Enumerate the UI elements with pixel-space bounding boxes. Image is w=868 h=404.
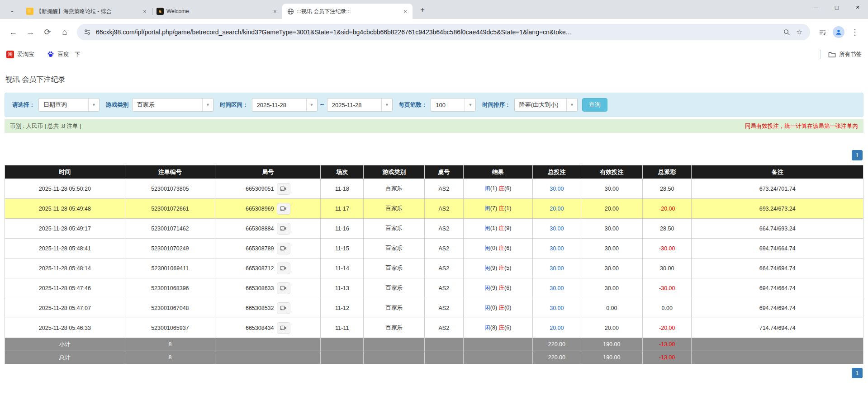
tab-search-chevron-icon[interactable]: ⌄ xyxy=(5,3,19,17)
time-cell: 2025-11-28 05:49:17 xyxy=(5,219,125,239)
query-type-select[interactable]: 日期查询 ▼ xyxy=(38,98,100,112)
total-bet-link[interactable]: 20.00 xyxy=(550,325,564,331)
player-result: 闲 xyxy=(484,324,490,331)
remark-cell: 664.74/694.74 xyxy=(692,258,863,278)
table-row: 2025-11-28 05:50:20 523001073805 6653090… xyxy=(5,179,863,199)
address-bar[interactable]: 66cxkj98.com/ipl/portal.php/game/betreco… xyxy=(77,24,810,40)
tab-strip: ⌄ 【新提醒】海燕策略论坛 - 综合 ✕ ♞ Welcome ✕ :::视讯 会… xyxy=(0,0,868,19)
page-title: 视讯 会员下注纪录 xyxy=(5,75,863,85)
query-type-value: 日期查询 xyxy=(39,101,88,109)
chrome-menu-icon[interactable]: ⋮ xyxy=(847,24,863,40)
folder-icon xyxy=(828,51,836,58)
bet-id-cell: 523001068396 xyxy=(125,278,215,298)
zoom-icon[interactable] xyxy=(780,26,793,38)
video-replay-button[interactable] xyxy=(277,243,290,254)
profile-avatar[interactable] xyxy=(833,26,844,38)
video-replay-button[interactable] xyxy=(277,282,290,294)
bookmark-aitaobao[interactable]: 淘 爱淘宝 xyxy=(6,51,34,58)
round-id: 665308434 xyxy=(246,325,274,331)
game-cell: 百家乐 xyxy=(364,318,425,338)
valid-bet-cell: 30.00 xyxy=(581,258,643,278)
total-payout: -13.00 xyxy=(643,351,692,364)
remark-cell: 694.74/664.74 xyxy=(692,278,863,298)
payout-cell: -20.00 xyxy=(643,199,692,219)
tab-close-icon[interactable]: ✕ xyxy=(271,8,279,15)
site-info-icon[interactable] xyxy=(81,26,93,38)
video-replay-button[interactable] xyxy=(277,203,290,215)
video-replay-button[interactable] xyxy=(277,302,290,314)
player-result: 闲 xyxy=(484,205,490,211)
tab-welcome[interactable]: ♞ Welcome ✕ xyxy=(152,4,282,19)
game-cell: 百家乐 xyxy=(364,298,425,318)
all-bookmarks-button[interactable]: 所有书签 xyxy=(828,51,862,58)
result-cell: 闲(1) 庄(9) xyxy=(463,219,533,239)
baidu-paw-icon xyxy=(47,51,55,58)
forward-icon[interactable]: → xyxy=(23,24,38,40)
player-result: 闲 xyxy=(484,305,490,311)
time-cell: 2025-11-28 05:47:46 xyxy=(5,278,125,298)
time-cell: 2025-11-28 05:48:41 xyxy=(5,239,125,258)
page-number-button[interactable]: 1 xyxy=(852,150,863,160)
tab-close-icon[interactable]: ✕ xyxy=(402,8,409,15)
total-count: 8 xyxy=(125,351,215,364)
query-button[interactable]: 查询 xyxy=(582,98,607,112)
banker-result: 庄 xyxy=(499,285,505,291)
chevron-down-icon: ▼ xyxy=(306,99,317,111)
tab-bet-record-active[interactable]: :::视讯 会员下注纪录::: ✕ xyxy=(282,4,413,19)
total-bet-link[interactable]: 30.00 xyxy=(550,305,564,311)
total-bet-link[interactable]: 30.00 xyxy=(550,186,564,192)
minimize-button[interactable]: — xyxy=(806,0,826,14)
video-replay-button[interactable] xyxy=(277,322,290,334)
tab-close-icon[interactable]: ✕ xyxy=(141,8,148,15)
date-from-select[interactable]: 2025-11-28 ▼ xyxy=(252,98,318,112)
subtotal-row: 小计 8 220.00 190.00 -13.00 xyxy=(5,338,863,351)
table-row: 2025-11-28 05:47:46 523001068396 6653086… xyxy=(5,278,863,298)
valid-bet-cell: 30.00 xyxy=(581,219,643,239)
tab-title: Welcome xyxy=(166,8,269,14)
total-bet-link[interactable]: 30.00 xyxy=(550,245,564,252)
valid-bet-cell: 20.00 xyxy=(581,318,643,338)
game-type-select[interactable]: 百家乐 ▼ xyxy=(132,98,213,112)
col-result: 结果 xyxy=(463,165,533,179)
page-number-button[interactable]: 1 xyxy=(852,368,863,378)
payout-cell: 28.50 xyxy=(643,219,692,239)
bookmark-star-icon[interactable]: ☆ xyxy=(793,26,806,38)
game-type-value: 百家乐 xyxy=(133,101,202,109)
bet-id-cell: 523001069411 xyxy=(125,258,215,278)
back-icon[interactable]: ← xyxy=(5,24,21,40)
total-bet-link[interactable]: 30.00 xyxy=(550,285,564,291)
video-replay-button[interactable] xyxy=(277,223,290,235)
valid-bet-cell: 0.00 xyxy=(581,298,643,318)
total-bet-link[interactable]: 30.00 xyxy=(550,265,564,272)
col-total-bet: 总投注 xyxy=(533,165,581,179)
browser-window: ⌄ 【新提醒】海燕策略论坛 - 综合 ✕ ♞ Welcome ✕ :::视讯 会… xyxy=(0,0,868,404)
bookmark-baidu[interactable]: 百度一下 xyxy=(47,51,81,58)
tab-forum[interactable]: 【新提醒】海燕策略论坛 - 综合 ✕ xyxy=(22,4,152,19)
subtotal-payout: -13.00 xyxy=(643,338,692,351)
page-size-select[interactable]: 100 ▼ xyxy=(431,98,476,112)
video-replay-button[interactable] xyxy=(277,183,290,195)
video-replay-button[interactable] xyxy=(277,263,290,274)
media-controls-icon[interactable] xyxy=(815,24,830,40)
remark-cell: 693.24/673.24 xyxy=(692,199,863,219)
maximize-button[interactable]: ▢ xyxy=(826,0,847,14)
round-id: 665308789 xyxy=(246,245,274,252)
subtotal-valid-bet: 190.00 xyxy=(581,338,643,351)
result-cell: 闲(9) 庄(6) xyxy=(463,278,533,298)
date-to-select[interactable]: 2025-11-28 ▼ xyxy=(327,98,393,112)
remark-cell: 694.74/664.74 xyxy=(692,239,863,258)
total-bet-link[interactable]: 20.00 xyxy=(550,206,564,212)
total-bet-link[interactable]: 30.00 xyxy=(550,225,564,232)
reload-icon[interactable]: ⟳ xyxy=(40,24,55,40)
url-text[interactable]: 66cxkj98.com/ipl/portal.php/game/betreco… xyxy=(96,28,780,36)
close-button[interactable]: ✕ xyxy=(847,0,868,14)
sort-select[interactable]: 降幂(由大到小) ▼ xyxy=(514,98,578,112)
payout-cell: 0.00 xyxy=(643,298,692,318)
bet-records-table: 时间 注单编号 局号 场次 游戏类别 桌号 结果 总投注 有效投注 总派彩 备注… xyxy=(5,165,863,364)
bet-id-cell: 523001065937 xyxy=(125,318,215,338)
session-cell: 11-13 xyxy=(321,278,364,298)
table-no-cell: AS2 xyxy=(425,179,463,199)
home-icon[interactable]: ⌂ xyxy=(57,24,72,40)
new-tab-button[interactable]: + xyxy=(416,4,429,16)
chevron-down-icon: ▼ xyxy=(202,99,213,111)
